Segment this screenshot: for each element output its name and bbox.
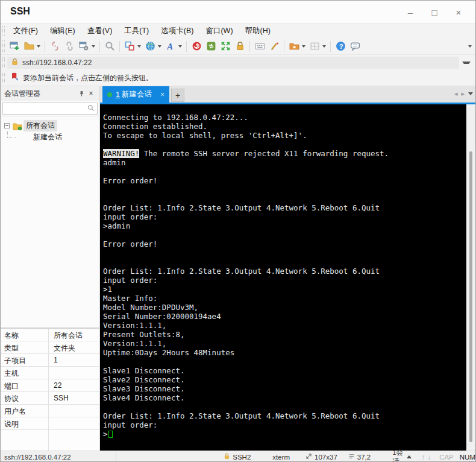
minimize-button[interactable]: – [398, 1, 422, 24]
layout-grid-dropdown[interactable] [322, 45, 326, 48]
session-properties-icon[interactable] [77, 40, 90, 53]
terminal-line: Connection established. [103, 122, 466, 131]
terminal-screen[interactable]: Connecting to 192.168.0.47:22...Connecti… [100, 104, 466, 451]
window-title: SSH [10, 6, 30, 17]
scroll-up-icon[interactable]: ↑ [421, 453, 425, 461]
font-icon[interactable]: A [164, 40, 177, 53]
terminal-line: Master Info: [103, 294, 466, 303]
scroll-down-icon[interactable]: ↓ [427, 453, 431, 461]
prop-label: 子项目 [1, 354, 49, 366]
highlight-pen-icon[interactable] [268, 40, 281, 53]
tree-connector [7, 138, 16, 138]
toolbar-separator [249, 41, 250, 52]
tree-child-row[interactable]: 新建会话 [1, 131, 99, 143]
svg-text:A: A [166, 42, 173, 51]
status-encryption: SSH2 [224, 453, 251, 461]
address-bar: ssh://192.168.0.47:22 [1, 55, 475, 71]
panel-close-icon[interactable]: × [86, 89, 96, 98]
app-window: SSH – □ × 文件(F) 编辑(E) 查看(V) 工具(T) 选项卡(B)… [0, 0, 476, 462]
encoding-dropdown[interactable] [158, 45, 161, 48]
menu-view[interactable]: 查看(V) [81, 24, 119, 38]
menu-tabs[interactable]: 选项卡(B) [155, 24, 199, 38]
tab-scroll-left-icon[interactable]: ◂ [454, 90, 458, 98]
close-button[interactable]: × [446, 1, 471, 24]
compose-bar-dropdown[interactable] [137, 45, 141, 48]
notice-grip [2, 73, 5, 84]
new-session-icon[interactable] [8, 40, 21, 53]
table-row: 端口22 [1, 379, 99, 392]
open-folder-icon[interactable] [22, 40, 36, 53]
transfer-icon[interactable] [204, 40, 218, 53]
terminal-cursor [108, 431, 113, 438]
lock-screen-icon[interactable] [233, 40, 246, 53]
tree-root-row[interactable]: 所有会话 [1, 120, 99, 131]
tree-root-label[interactable]: 所有会话 [23, 120, 57, 131]
status-caps-lock: CAP [439, 454, 454, 461]
disconnect-icon [48, 40, 61, 53]
menu-help[interactable]: 帮助(H) [239, 24, 277, 38]
table-row: 子项目1 [1, 354, 99, 367]
session-properties-table: 名称所有会话 类型文件夹 子项目1 主机 端口22 协议SSH 用户名 说明 [1, 329, 99, 451]
font-dropdown[interactable] [178, 45, 182, 48]
session-manager-panel: 会话管理器 × 所有会话 [1, 86, 100, 451]
open-folder-dropdown[interactable] [37, 45, 40, 48]
terminal-line: Order List: 1.Info 2.State 3.Output 4.Ne… [103, 203, 466, 212]
fullscreen-icon[interactable] [219, 40, 232, 53]
layout-grid-icon [308, 40, 321, 53]
prop-label: 主机 [1, 367, 49, 379]
toolbar-separator [45, 41, 45, 52]
collapse-icon[interactable] [4, 123, 10, 128]
scrollbar-thumb[interactable] [469, 151, 472, 442]
title-bar: SSH – □ × [1, 1, 475, 24]
new-file-dropdown[interactable] [302, 45, 305, 48]
tab-session-1[interactable]: 1 新建会话 × [102, 86, 169, 103]
reconnect-icon [63, 40, 76, 53]
main-area: 会话管理器 × 所有会话 [1, 86, 475, 451]
status-term-type[interactable]: xterm [272, 454, 290, 461]
toolbar-separator [119, 41, 120, 52]
terminal-line: input order: [103, 276, 466, 285]
new-tab-button[interactable]: + [171, 89, 184, 102]
pin-icon[interactable] [77, 89, 86, 98]
terminal-line: Connecting to 192.168.0.47:22... [103, 113, 466, 122]
terminal-scrollbar[interactable] [466, 104, 475, 451]
ansi-colors-icon[interactable] [190, 40, 203, 53]
tab-list-dropdown[interactable] [468, 92, 473, 95]
tab-scroll-right-icon[interactable]: ▸ [461, 90, 465, 98]
tab-close-icon[interactable]: × [160, 90, 164, 99]
prop-value: 所有会话 [49, 329, 99, 341]
encoding-globe-icon[interactable] [143, 40, 157, 53]
menu-tools[interactable]: 工具(T) [118, 24, 155, 38]
notice-text: 要添加当前会话，点击左侧的箭头按钮。 [23, 73, 153, 83]
menu-window[interactable]: 窗口(W) [199, 24, 239, 38]
maximize-button[interactable]: □ [422, 1, 446, 24]
menu-edit[interactable]: 编辑(E) [44, 24, 81, 38]
status-session-count[interactable]: 1会话 [392, 448, 412, 462]
toolbar-overflow-dropdown[interactable] [468, 45, 472, 48]
new-file-icon[interactable] [287, 40, 301, 53]
prop-value: 22 [49, 379, 99, 391]
feedback-icon[interactable] [348, 40, 362, 53]
terminal-line: Order List: 1.Info 2.State 3.Output 4.Ne… [103, 267, 466, 276]
address-input[interactable]: ssh://192.168.0.47:22 [7, 57, 459, 69]
tree-child-label[interactable]: 新建会话 [31, 131, 64, 143]
terminal-line: WARNING! The remote SSH server rejected … [103, 149, 466, 158]
session-search-input[interactable] [2, 103, 98, 115]
address-dropdown[interactable] [462, 62, 471, 64]
virtual-keyboard-icon[interactable] [253, 40, 266, 53]
find-icon[interactable] [103, 40, 116, 53]
compose-bar-icon[interactable] [123, 40, 136, 53]
prop-value [49, 405, 99, 417]
status-cursor-pos: 37,2 [348, 453, 371, 461]
table-row: 用户名 [1, 405, 99, 417]
help-icon[interactable]: ? [334, 40, 347, 53]
session-list-up-icon[interactable] [407, 455, 412, 458]
menu-file[interactable]: 文件(F) [7, 24, 44, 38]
session-properties-dropdown[interactable] [92, 45, 95, 48]
terminal-line [103, 357, 466, 366]
resize-grip[interactable] [468, 455, 474, 461]
terminal-line: input order: [103, 420, 466, 429]
toolbar-grip [2, 40, 5, 52]
toolbar-separator [99, 41, 100, 52]
bookmark-flag-icon[interactable] [11, 72, 19, 84]
